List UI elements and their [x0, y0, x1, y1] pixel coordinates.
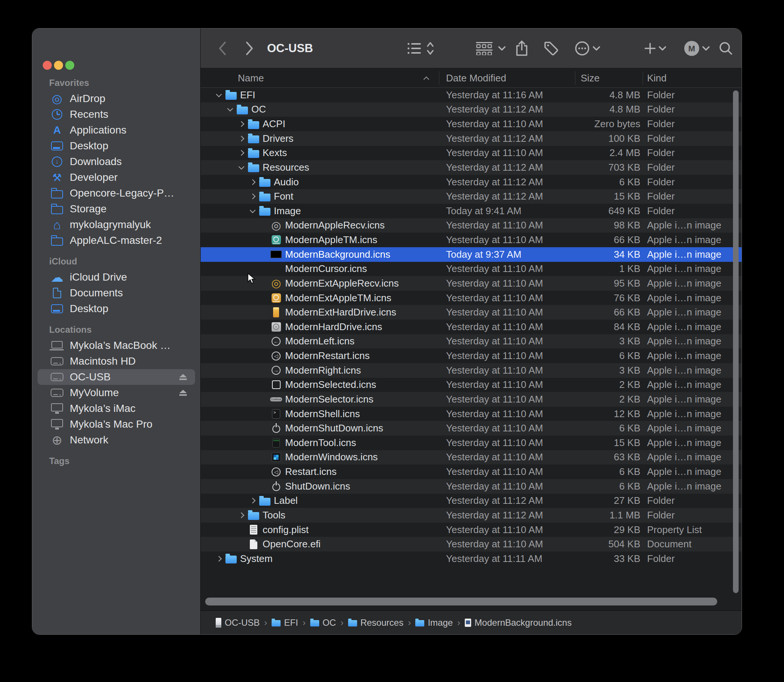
table-row-moderntool-icns[interactable]: ModernTool.icnsYesterday at 11:10 AM15 K…: [201, 435, 742, 450]
sidebar-item-airdrop[interactable]: ◎AirDrop: [38, 91, 195, 107]
table-row-config-plist[interactable]: config.plistYesterday at 11:10 AM29 KBPr…: [201, 523, 742, 537]
table-row-moderncursor-icns[interactable]: ModernCursor.icnsYesterday at 11:10 AM1 …: [201, 262, 742, 276]
account-button[interactable]: M: [683, 29, 700, 68]
table-row-audio[interactable]: AudioYesterday at 11:12 AM6 KBFolder: [201, 175, 742, 190]
disclosure-closed[interactable]: [248, 499, 257, 503]
sidebar-item-icloud-drive[interactable]: ☁iCloud Drive: [38, 269, 195, 285]
table-row-modernbackground-icns[interactable]: ModernBackground.icnsToday at 9:37 AM34 …: [201, 247, 742, 262]
table-row-oc[interactable]: OCYesterday at 11:12 AM4.8 MBFolder: [201, 102, 742, 117]
disclosure-closed[interactable]: [248, 194, 257, 198]
table-row-modernextapplerecv-icns[interactable]: ◎ModernExtAppleRecv.icnsYesterday at 11:…: [201, 276, 742, 291]
group-button[interactable]: [475, 29, 494, 68]
horizontal-scrollbar[interactable]: [205, 598, 717, 606]
path-item-oc[interactable]: OC: [310, 617, 336, 628]
sidebar-item-network[interactable]: ⊕Network: [38, 432, 195, 448]
sidebar-item-documents[interactable]: Documents: [38, 285, 195, 301]
add-chevron[interactable]: [658, 29, 667, 68]
table-row-efi[interactable]: EFIYesterday at 11:16 AM4.8 MBFolder: [201, 88, 742, 102]
disclosure-open[interactable]: [225, 108, 235, 111]
sidebar-item-oc-usb[interactable]: OC-USB: [38, 369, 195, 385]
path-item-efi[interactable]: EFI: [272, 617, 298, 628]
disclosure-closed[interactable]: [248, 180, 257, 184]
disclosure-closed[interactable]: [236, 151, 246, 155]
table-row-label[interactable]: LabelYesterday at 11:12 AM27 KBFolder: [201, 494, 742, 508]
view-options-chevrons[interactable]: [426, 29, 435, 68]
eject-icon[interactable]: [179, 374, 187, 380]
column-header-date[interactable]: Date Modified: [446, 68, 506, 88]
more-chevron[interactable]: [591, 29, 601, 68]
disclosure-open[interactable]: [248, 210, 257, 212]
table-row-shutdown-icns[interactable]: ShutDown.icnsYesterday at 11:10 AM6 KBAp…: [201, 479, 742, 494]
column-separator[interactable]: [642, 71, 643, 85]
forward-button[interactable]: [242, 29, 257, 68]
sidebar-item-storage[interactable]: Storage: [38, 201, 195, 217]
back-button[interactable]: [215, 29, 230, 68]
table-row-system[interactable]: SystemYesterday at 11:11 AM33 KBFolder: [201, 551, 742, 566]
table-row-modernapplerecv-icns[interactable]: ◎ModernAppleRecv.icnsYesterday at 11:10 …: [201, 218, 742, 233]
disclosure-closed[interactable]: [236, 137, 246, 141]
table-row-drivers[interactable]: DriversYesterday at 11:12 AM100 KBFolder: [201, 131, 742, 146]
account-chevron[interactable]: [701, 29, 711, 68]
search-button[interactable]: [718, 29, 734, 68]
table-row-modernselected-icns[interactable]: ModernSelected.icnsYesterday at 11:10 AM…: [201, 378, 742, 392]
sidebar-item-applications[interactable]: AApplications: [38, 122, 195, 138]
table-row-modernselector-icns[interactable]: ContinueModernSelector.icnsYesterday at …: [201, 392, 742, 406]
sidebar-item-mykola-s-imac[interactable]: Mykola’s iMac: [38, 401, 195, 416]
vertical-scrollbar[interactable]: [733, 91, 739, 593]
table-row-modernappletm-icns[interactable]: ModernAppleTM.icnsYesterday at 11:10 AM6…: [201, 233, 742, 247]
path-item-image[interactable]: Image: [415, 617, 453, 628]
column-separator[interactable]: [575, 71, 575, 85]
table-row-acpi[interactable]: ACPIYesterday at 11:10 AMZero bytesFolde…: [201, 117, 742, 131]
path-item-oc-usb[interactable]: OC-USB: [216, 617, 260, 628]
table-row-opencore-efi[interactable]: OpenCore.efiYesterday at 11:10 AM504 KBD…: [201, 537, 742, 551]
group-chevron[interactable]: [497, 29, 507, 68]
sidebar-item-opencore-legacy-pat[interactable]: Opencore-Legacy-Pat…: [38, 185, 195, 201]
table-row-font[interactable]: FontYesterday at 11:12 AM15 KBFolder: [201, 189, 742, 204]
table-row-kexts[interactable]: KextsYesterday at 11:10 AM2.4 MBFolder: [201, 146, 742, 161]
path-item-resources[interactable]: Resources: [348, 617, 404, 628]
table-row-modernextharddrive-icns[interactable]: ModernExtHardDrive.icnsYesterday at 11:1…: [201, 305, 742, 320]
close-button[interactable]: [43, 61, 52, 70]
column-separator[interactable]: [439, 71, 439, 85]
sidebar-item-desktop[interactable]: Desktop: [38, 138, 195, 154]
sidebar-item-mykola-s-mac-pro[interactable]: Mykola’s Mac Pro: [38, 416, 195, 432]
table-row-modernharddrive-icns[interactable]: ModernHardDrive.icnsYesterday at 11:10 A…: [201, 320, 742, 334]
sidebar-item-mykolagrymalyuk[interactable]: ⌂mykolagrymalyuk: [38, 217, 195, 233]
table-row-modernleft-icns[interactable]: ←ModernLeft.icnsYesterday at 11:10 AM3 K…: [201, 334, 742, 349]
column-header-size[interactable]: Size: [581, 68, 600, 88]
disclosure-closed[interactable]: [214, 557, 223, 561]
table-row-tools[interactable]: ToolsYesterday at 11:12 AM1.1 MBFolder: [201, 508, 742, 523]
table-row-modernright-icns[interactable]: →ModernRight.icnsYesterday at 11:10 AM3 …: [201, 363, 742, 378]
disclosure-closed[interactable]: [236, 513, 246, 517]
table-row-modernextappletm-icns[interactable]: ModernExtAppleTM.icnsYesterday at 11:10 …: [201, 291, 742, 305]
disclosure-open[interactable]: [236, 166, 246, 169]
share-button[interactable]: [514, 29, 529, 68]
view-button[interactable]: [406, 29, 423, 68]
tag-button[interactable]: [543, 29, 559, 68]
sidebar-item-mykola-s-macbook-pro[interactable]: Mykola’s MacBook Pro: [38, 338, 195, 354]
sidebar-item-downloads[interactable]: ↓Downloads: [38, 154, 195, 170]
disclosure-closed[interactable]: [236, 122, 246, 126]
sidebar-item-applealc-master-2[interactable]: AppleALC-master-2: [38, 233, 195, 249]
sidebar-item-desktop[interactable]: Desktop: [38, 301, 195, 317]
table-row-modernrestart-icns[interactable]: ◁ModernRestart.icnsYesterday at 11:10 AM…: [201, 349, 742, 363]
column-header-kind[interactable]: Kind: [647, 68, 666, 88]
add-button[interactable]: [643, 29, 657, 68]
zoom-button[interactable]: [65, 61, 74, 70]
sidebar-item-recents[interactable]: Recents: [38, 107, 195, 122]
sidebar-item-myvolume[interactable]: MyVolume: [38, 385, 195, 401]
minimize-button[interactable]: [54, 61, 63, 70]
table-row-restart-icns[interactable]: ◁Restart.icnsYesterday at 11:10 AM6 KBAp…: [201, 464, 742, 479]
eject-icon[interactable]: [179, 390, 187, 396]
path-item-modernbackground-icns[interactable]: ModernBackground.icns: [465, 617, 572, 628]
disclosure-open[interactable]: [214, 94, 223, 96]
table-row-modernshutdown-icns[interactable]: ModernShutDown.icnsYesterday at 11:10 AM…: [201, 421, 742, 435]
sidebar-item-macintosh-hd[interactable]: Macintosh HD: [38, 354, 195, 369]
column-header-name[interactable]: Name: [238, 68, 264, 88]
table-row-resources[interactable]: ResourcesYesterday at 11:12 AM703 KBFold…: [201, 160, 742, 175]
table-row-image[interactable]: ImageToday at 9:41 AM649 KBFolder: [201, 204, 742, 218]
sidebar-item-developer[interactable]: ⚒Developer: [38, 170, 195, 185]
table-row-modernshell-icns[interactable]: ModernShell.icnsYesterday at 11:10 AM12 …: [201, 406, 742, 421]
table-row-modernwindows-icns[interactable]: ModernWindows.icnsYesterday at 11:10 AM6…: [201, 450, 742, 465]
more-button[interactable]: [574, 29, 590, 68]
